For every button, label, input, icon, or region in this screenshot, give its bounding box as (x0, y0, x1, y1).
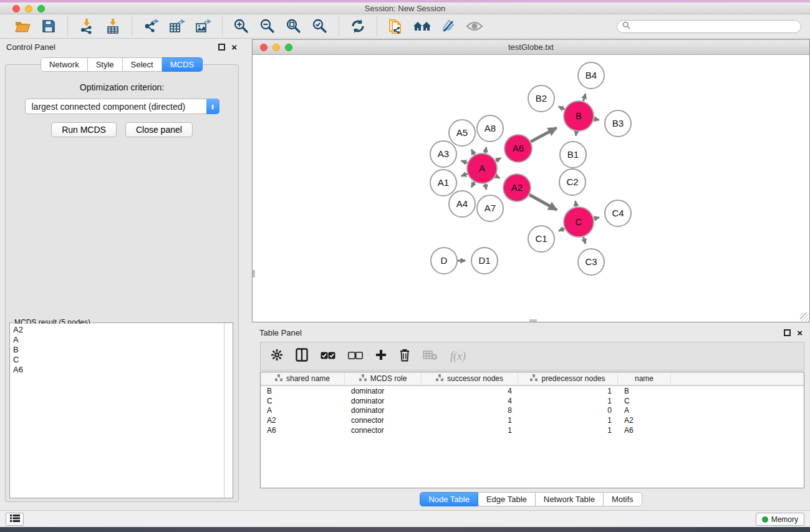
node-A2[interactable]: A2 (503, 174, 531, 201)
node-C4[interactable]: C4 (605, 200, 631, 226)
export-network-button[interactable] (140, 16, 162, 36)
node-C3[interactable]: C3 (578, 249, 604, 275)
network-close-button[interactable] (260, 44, 268, 51)
edge-B-B1[interactable] (576, 132, 576, 136)
result-item[interactable]: A2 (13, 325, 221, 335)
add-row-button[interactable] (375, 349, 387, 363)
node-A4[interactable]: A4 (449, 191, 475, 217)
edge-A-A8[interactable] (485, 147, 486, 153)
network-graph[interactable]: AA1A2A3A4A5A6A7A8BB1B2B3B4CC1C2C3C4DD1 (253, 55, 809, 322)
table-row[interactable]: Adominator80A (261, 406, 804, 416)
search-input[interactable] (634, 22, 796, 31)
new-network-button[interactable] (385, 16, 407, 36)
column-header-shared-name[interactable]: shared name (261, 372, 345, 385)
task-history-button[interactable] (6, 513, 24, 526)
tab-style[interactable]: Style (88, 57, 123, 72)
deselect-all-button[interactable] (348, 351, 363, 362)
table-row[interactable]: Bdominator41B (261, 386, 804, 396)
first-neighbors-button[interactable] (411, 16, 433, 36)
table-row[interactable]: A2connector11A2 (261, 415, 804, 425)
tab-node-table[interactable]: Node Table (420, 492, 478, 506)
column-header-MCDS-role[interactable]: MCDS role (345, 372, 422, 385)
edge-B-B3[interactable] (594, 119, 599, 120)
close-panel-button[interactable]: Close panel (125, 122, 193, 137)
node-A3[interactable]: A3 (430, 141, 456, 167)
node-A5[interactable]: A5 (449, 120, 475, 146)
zoom-window-button[interactable] (37, 5, 45, 12)
edge-A-A5[interactable] (471, 150, 475, 155)
node-A6[interactable]: A6 (504, 135, 532, 162)
import-table-button[interactable] (102, 16, 124, 36)
node-C1[interactable]: C1 (528, 226, 554, 252)
zoom-selected-button[interactable] (309, 16, 331, 36)
column-header-predecessor-nodes[interactable]: predecessor nodes (518, 372, 618, 385)
network-minimize-button[interactable] (272, 44, 280, 51)
tab-network-table[interactable]: Network Table (536, 492, 604, 506)
node-C[interactable]: C (564, 207, 594, 237)
result-item[interactable]: A (13, 335, 221, 345)
run-mcds-button[interactable]: Run MCDS (51, 122, 117, 137)
result-item[interactable]: B (13, 345, 221, 355)
node-B[interactable]: B (564, 101, 594, 131)
zoom-out-button[interactable] (256, 16, 279, 36)
result-item[interactable]: A6 (13, 365, 221, 375)
open-session-button[interactable] (11, 16, 34, 36)
edge-A-A6[interactable] (496, 158, 501, 161)
node-C2[interactable]: C2 (559, 169, 586, 195)
node-A[interactable]: A (467, 153, 497, 183)
memory-button[interactable]: Memory (756, 513, 804, 526)
result-list-scrollbar[interactable] (224, 323, 233, 498)
result-item[interactable]: C (13, 355, 221, 365)
node-B1[interactable]: B1 (560, 142, 586, 168)
window-resize-grip[interactable] (800, 312, 809, 321)
minimize-window-button[interactable] (25, 5, 32, 12)
canvas-vscroll-nub[interactable] (253, 270, 255, 278)
edge-C-C3[interactable] (584, 237, 586, 244)
tab-motifs[interactable]: Motifs (604, 492, 642, 506)
edge-A-A7[interactable] (485, 184, 486, 190)
close-panel-icon[interactable]: × (231, 42, 237, 52)
tab-network[interactable]: Network (41, 57, 88, 72)
zoom-in-button[interactable] (230, 16, 253, 36)
edge-C-C1[interactable] (559, 228, 564, 231)
show-columns-button[interactable] (296, 348, 308, 364)
column-header-name[interactable]: name (618, 372, 671, 385)
table-row[interactable]: A6connector11A6 (261, 425, 804, 435)
table-settings-button[interactable] (271, 349, 283, 364)
close-window-button[interactable] (12, 5, 20, 12)
export-image-button[interactable] (192, 16, 215, 36)
edge-C-C2[interactable] (576, 201, 576, 206)
edge-B-B4[interactable] (583, 94, 586, 101)
node-B3[interactable]: B3 (605, 110, 631, 137)
close-table-panel-icon[interactable]: × (797, 328, 803, 337)
edge-A6-B[interactable] (531, 128, 556, 142)
table-row[interactable]: Cdominator41C (261, 396, 804, 406)
node-A8[interactable]: A8 (477, 115, 503, 142)
node-D1[interactable]: D1 (471, 248, 498, 274)
node-D[interactable]: D (431, 248, 457, 274)
network-zoom-button[interactable] (285, 44, 292, 51)
save-session-button[interactable] (37, 16, 60, 36)
tab-mcds[interactable]: MCDS (162, 57, 203, 72)
delete-row-button[interactable] (399, 348, 410, 364)
function-builder-button[interactable]: f(x) (450, 350, 466, 363)
network-window-titlebar[interactable]: testGlobe.txt (253, 40, 809, 55)
delete-table-button[interactable] (423, 350, 438, 363)
edge-A-A3[interactable] (461, 161, 468, 163)
float-table-panel-icon[interactable] (784, 329, 791, 336)
select-all-button[interactable] (321, 351, 335, 362)
canvas-hscroll-nub[interactable] (529, 319, 537, 322)
node-B2[interactable]: B2 (528, 85, 554, 112)
node-A7[interactable]: A7 (477, 195, 503, 221)
edge-A-A2[interactable] (496, 176, 500, 178)
export-table-button[interactable] (166, 16, 188, 36)
apply-layout-button[interactable] (347, 16, 369, 36)
tab-select[interactable]: Select (123, 57, 162, 72)
search-box[interactable] (617, 20, 801, 33)
edge-A-A1[interactable] (461, 174, 468, 177)
import-network-button[interactable] (75, 16, 98, 36)
zoom-fit-button[interactable] (282, 16, 305, 36)
float-panel-icon[interactable] (218, 44, 225, 51)
edge-C-C4[interactable] (594, 218, 599, 219)
node-B4[interactable]: B4 (578, 62, 604, 89)
